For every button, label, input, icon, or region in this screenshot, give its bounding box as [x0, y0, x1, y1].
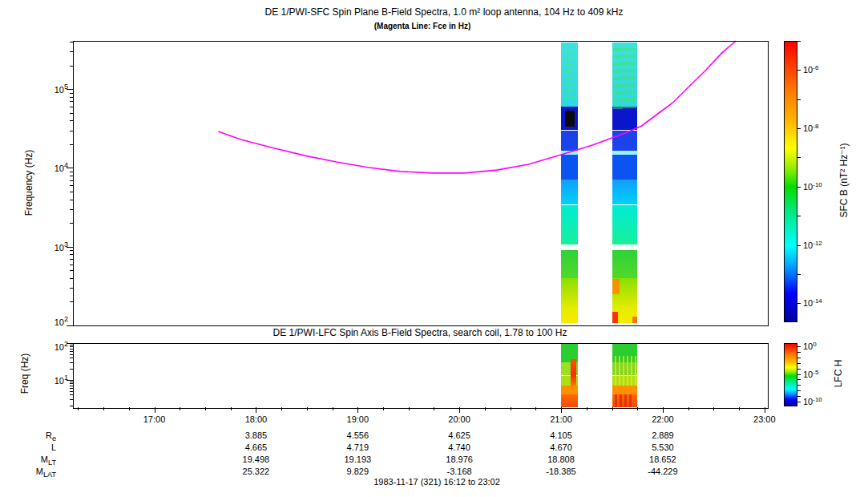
y-tick-label: 102	[34, 341, 68, 352]
colorbar-tick	[797, 128, 801, 129]
ephemeris-value: 25.322	[243, 467, 270, 476]
y-tick	[70, 209, 73, 210]
spectrogram-band	[561, 394, 578, 407]
ephemeris-value: 5.530	[652, 442, 674, 452]
y-tick	[70, 383, 73, 384]
spectrogram-band	[561, 155, 578, 180]
colorbar-tick	[797, 274, 801, 275]
y-tick	[70, 172, 73, 172]
x-tick	[307, 407, 308, 410]
x-tick	[155, 407, 155, 413]
colorbar-tick	[797, 70, 801, 71]
colorbar-tick	[797, 385, 801, 386]
x-tick-label: 20:00	[448, 414, 470, 424]
x-tick	[205, 407, 206, 410]
spectrogram-feature	[612, 312, 618, 323]
ephemeris-value: 18.808	[547, 455, 575, 464]
ephemeris-value: 4.556	[347, 430, 369, 440]
x-tick	[485, 407, 486, 410]
y-tick	[70, 278, 73, 279]
y-tick	[70, 259, 73, 260]
x-tick	[103, 407, 104, 410]
x-tick	[281, 407, 282, 410]
colorbar-tick	[797, 41, 801, 42]
y-tick	[70, 265, 73, 265]
y-tick-label: 101	[34, 374, 68, 386]
x-tick	[434, 407, 434, 410]
date-range-footer: 1983-11-17 (321) 16:12 to 23:02	[373, 478, 500, 487]
y-tick	[70, 382, 73, 382]
ephemeris-value: 4.740	[448, 442, 470, 452]
ephemeris-value: 19.498	[243, 455, 270, 464]
x-tick	[256, 407, 256, 413]
y-tick	[70, 131, 73, 131]
x-tick	[612, 407, 613, 410]
y-tick	[70, 42, 73, 42]
ephemeris-value: 2.889	[652, 430, 674, 440]
lfc-yaxis-label: Freq (Hz)	[19, 354, 30, 394]
colorbar-tick	[797, 245, 801, 246]
x-tick	[511, 407, 511, 410]
ephemeris-value: 4.670	[550, 442, 572, 452]
colorbar-tick-label: 10-6	[803, 65, 818, 75]
y-tick	[70, 97, 73, 98]
spectrogram-band	[612, 250, 638, 278]
x-tick	[713, 407, 714, 410]
spectrogram-band	[561, 250, 578, 278]
x-tick-label: 19:00	[347, 414, 369, 424]
x-tick	[357, 407, 358, 413]
colorbar-tick	[797, 303, 801, 304]
sfc-plot-panel	[73, 41, 769, 326]
y-tick	[70, 394, 73, 395]
spectrogram-figure: DE 1/PWI-SFC Spin Plane B-Field Spectra,…	[0, 0, 868, 497]
ephemeris-row-label: MLAT	[8, 467, 56, 479]
colorbar-tick	[797, 396, 801, 397]
y-tick	[70, 200, 73, 200]
sfc-panel-subtitle: (Magenta Line: Fce in Hz)	[374, 22, 471, 30]
y-tick	[70, 254, 73, 255]
ephemeris-value: 4.719	[347, 442, 369, 452]
colorbar-tick	[797, 216, 801, 216]
sfc-yaxis-label: Frequency (Hz)	[23, 150, 34, 216]
y-tick	[70, 180, 73, 181]
y-tick	[70, 192, 73, 192]
ephemeris-value: 4.105	[550, 430, 572, 440]
x-tick	[459, 407, 460, 413]
colorbar-tick	[797, 363, 801, 364]
spectrogram-feature	[615, 356, 636, 386]
ephemeris-value: 19.193	[344, 455, 371, 464]
y-tick	[70, 362, 73, 363]
spectrogram-feature	[565, 111, 575, 127]
spectrogram-feature	[613, 48, 636, 110]
x-tick	[333, 407, 333, 410]
spectrogram-band	[561, 180, 578, 204]
y-tick-label: 102	[34, 316, 68, 327]
spectrogram-band	[612, 205, 638, 244]
colorbar-tick-label: 10-5	[803, 370, 818, 379]
y-tick-label: 103	[34, 241, 68, 253]
colorbar-tick	[797, 358, 801, 358]
colorbar-tick	[797, 187, 801, 188]
colorbar-tick	[797, 402, 801, 402]
x-tick-label: 22:00	[652, 414, 674, 424]
x-tick	[535, 407, 536, 410]
spectrogram-band	[612, 155, 638, 180]
y-tick	[70, 93, 73, 94]
spectrogram-feature	[615, 394, 634, 407]
colorbar-tick	[797, 346, 801, 347]
colorbar-tick-label: 10-10	[803, 182, 822, 192]
x-tick	[383, 407, 384, 410]
y-tick	[70, 358, 73, 358]
y-tick	[70, 388, 73, 389]
sfc-panel-title: DE 1/PWI-SFC Spin Plane B-Field Spectra,…	[265, 6, 624, 18]
y-tick	[70, 113, 73, 114]
y-tick	[70, 346, 73, 347]
lfc-colorbar	[784, 343, 797, 406]
ephemeris-value: 4.625	[448, 430, 470, 440]
y-tick	[70, 223, 73, 224]
spectrogram-band	[612, 180, 638, 204]
x-tick	[409, 407, 410, 410]
lfc-colorbar-label: LFC H	[833, 360, 844, 388]
spectrogram-band	[612, 386, 638, 394]
y-tick	[70, 345, 73, 345]
